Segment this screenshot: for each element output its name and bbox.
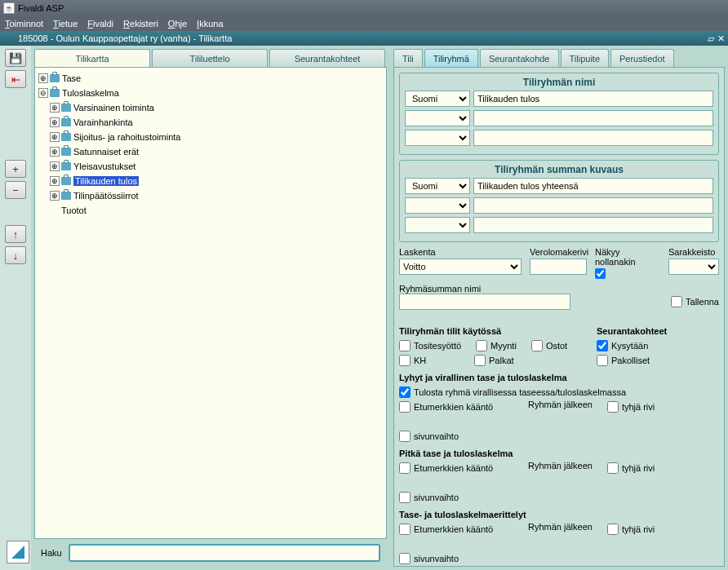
palkat-checkbox[interactable] [474, 355, 486, 366]
app-titlebar: ☕ Fivaldi ASP [0, 0, 728, 16]
tree-node-tuloslaskelma[interactable]: ⊖Tuloslaskelma [38, 86, 383, 100]
exit-icon[interactable]: ⇤ [5, 70, 26, 88]
main-area: 💾 ⇤ + − ↑ ↓ Tilikartta Tililuettelo Seur… [0, 46, 728, 570]
tree-node-tilinpaatossiirrot[interactable]: ⊕Tilinpäätössiirrot [38, 188, 383, 203]
search-label: Haku [41, 548, 62, 558]
pakolliset-checkbox[interactable] [597, 355, 608, 366]
expand-icon[interactable]: ⊕ [50, 103, 60, 113]
tyhja-rivi-1-checkbox[interactable] [607, 401, 619, 413]
ryhman-jalkeen-3: Ryhmän jälkeen [528, 522, 593, 537]
tree-node-tase[interactable]: ⊕Tase [38, 71, 383, 86]
lang-select-5[interactable] [405, 197, 470, 214]
expand-icon[interactable]: ⊕ [50, 132, 60, 142]
window-title: 185008 - Oulun Kauppaopettajat ry (vanha… [18, 33, 232, 43]
myynti-checkbox[interactable] [476, 340, 487, 351]
down-arrow-button[interactable]: ↓ [5, 246, 26, 264]
tab-tiliryhma[interactable]: Tiliryhmä [424, 49, 478, 67]
tree-node-yleisavustukset[interactable]: ⊕Yleisavustukset [38, 159, 383, 174]
tree-node-tuotot[interactable]: Tuotot [38, 203, 383, 218]
folder-icon [61, 118, 71, 126]
close-icon[interactable]: ✕ [717, 33, 725, 44]
group-sum-input-3[interactable] [473, 217, 713, 233]
tree-node-varainhankinta[interactable]: ⊕Varainhankinta [38, 115, 383, 130]
etumerkkien-3-checkbox[interactable] [399, 524, 411, 535]
logo-icon [7, 541, 29, 563]
expand-icon[interactable]: ⊕ [38, 73, 48, 83]
folder-icon [61, 177, 71, 185]
folder-icon [50, 89, 60, 97]
menu-tietue[interactable]: Tietue [53, 19, 78, 29]
lang-select-3[interactable] [405, 130, 470, 146]
tallenna-label: Tallenna [686, 297, 719, 307]
menu-fivaldi[interactable]: Fivaldi [87, 19, 113, 29]
tree-node-tilikauden-tulos[interactable]: ⊕Tilikauden tulos [38, 174, 383, 188]
search-input[interactable] [69, 544, 380, 562]
tab-seurantakohteet[interactable]: Seurantakohteet [269, 49, 385, 67]
tab-tilikartta[interactable]: Tilikartta [34, 49, 150, 67]
right-content: Tiliryhmän nimi Suomi Tiliryhmän summan … [393, 67, 725, 567]
etumerkkien-2-checkbox[interactable] [399, 462, 411, 474]
tyhja-rivi-3-checkbox[interactable] [607, 524, 619, 535]
group-sum-input-2[interactable] [473, 197, 713, 214]
expand-icon[interactable]: ⊕ [50, 191, 60, 201]
tallenna-checkbox[interactable] [671, 296, 682, 307]
up-arrow-button[interactable]: ↑ [5, 225, 26, 243]
verolomakerivi-input[interactable] [530, 258, 587, 275]
group-name-input-2[interactable] [473, 110, 713, 126]
menu-rekisteri[interactable]: Rekisteri [123, 19, 158, 29]
lang-select-1[interactable]: Suomi [405, 91, 470, 107]
tab-tili[interactable]: Tili [393, 49, 423, 67]
tab-seurantakohde[interactable]: Seurantakohde [480, 49, 559, 67]
menu-ikkuna[interactable]: Ikkuna [197, 19, 223, 29]
lang-select-6[interactable] [405, 217, 470, 233]
ostot-checkbox[interactable] [531, 340, 543, 351]
minus-button[interactable]: − [5, 181, 26, 199]
tyhja-rivi-2-checkbox[interactable] [607, 462, 619, 474]
etumerkkien-1-checkbox[interactable] [399, 401, 411, 413]
sivunvaihto-3-checkbox[interactable] [399, 553, 411, 564]
sivunvaihto-1-checkbox[interactable] [399, 431, 411, 442]
expand-icon[interactable]: ⊕ [50, 117, 60, 127]
plus-button[interactable]: + [5, 160, 26, 178]
collapse-icon[interactable]: ⊖ [38, 88, 48, 98]
laskenta-select[interactable]: Voitto [399, 258, 522, 275]
group-sum-input[interactable] [473, 178, 713, 194]
tab-tililuettelo[interactable]: Tililuettelo [152, 49, 268, 67]
sarakkeisto-select[interactable] [668, 258, 719, 275]
nakyy-label: Näkyy nollanakin [595, 247, 660, 267]
left-toolbar: 💾 ⇤ + − ↑ ↓ [0, 46, 31, 570]
folder-icon [61, 133, 71, 141]
sivunvaihto-2-checkbox[interactable] [399, 492, 411, 503]
menu-toiminnot[interactable]: Toiminnot [5, 19, 43, 29]
app-title: Fivaldi ASP [18, 3, 64, 13]
save-icon[interactable]: 💾 [5, 49, 26, 67]
expand-icon[interactable]: ⊕ [50, 176, 60, 186]
kysytaan-checkbox[interactable] [597, 340, 608, 351]
tree-node-sijoitus[interactable]: ⊕Sijoitus- ja rahoitustoiminta [38, 130, 383, 144]
menubar: Toiminnot Tietue Fivaldi Rekisteri Ohje … [0, 16, 728, 31]
tab-tilipuite[interactable]: Tilipuite [561, 49, 610, 67]
maximize-icon[interactable]: ▱ [708, 33, 714, 44]
laskenta-label: Laskenta [399, 247, 522, 257]
search-row: Haku [34, 539, 387, 567]
tree-node-varsinainen[interactable]: ⊕Varsinainen toiminta [38, 100, 383, 115]
group-name-input-3[interactable] [473, 130, 713, 146]
expand-icon[interactable]: ⊕ [50, 161, 60, 171]
sarakkeisto-label: Sarakkeisto [668, 247, 719, 257]
menu-ohje[interactable]: Ohje [168, 19, 187, 29]
right-tabs: Tili Tiliryhmä Seurantakohde Tilipuite P… [393, 49, 725, 67]
tositesyotto-checkbox[interactable] [399, 340, 411, 351]
ryhmasumma-input[interactable] [399, 294, 570, 310]
group-sum-title: Tiliryhmän summan kuvaus [405, 164, 713, 175]
expand-icon[interactable]: ⊕ [50, 147, 60, 157]
lang-select-4[interactable]: Suomi [405, 178, 470, 194]
window-icon [3, 33, 15, 44]
group-name-input[interactable] [473, 91, 713, 107]
kh-checkbox[interactable] [399, 355, 411, 366]
tab-perustiedot[interactable]: Perustiedot [610, 49, 674, 67]
lang-select-2[interactable] [405, 110, 470, 126]
tulosta-ryhma-checkbox[interactable] [399, 387, 411, 398]
tree-node-satunnaiset[interactable]: ⊕Satunnaiset erät [38, 144, 383, 159]
nakyy-checkbox[interactable] [595, 268, 606, 279]
leaf-icon [38, 205, 48, 215]
